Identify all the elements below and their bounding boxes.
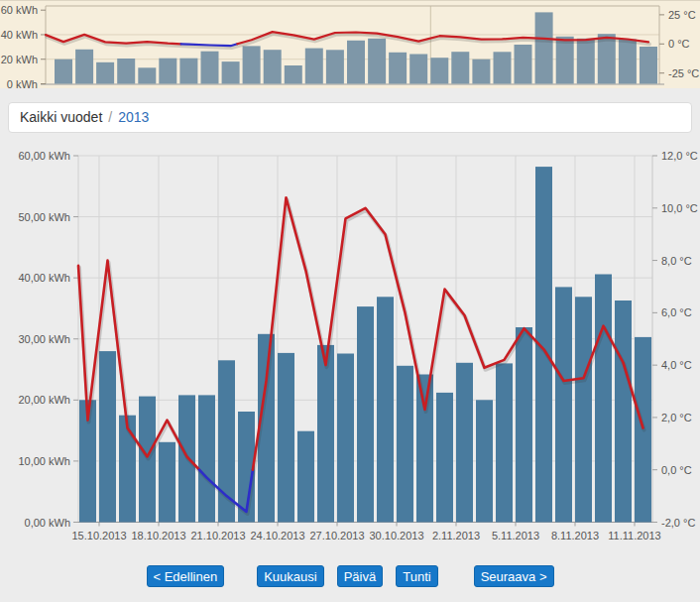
bar-10.11.2013[interactable] (615, 301, 632, 523)
x-axis-label: 27.10.2013 (309, 530, 364, 542)
bar-1.11.2013[interactable] (436, 393, 453, 523)
y-axis-label-right: 4,0 °C (661, 359, 692, 371)
bar-20.10.2013[interactable] (198, 395, 215, 522)
bar-29.10.2013[interactable] (377, 297, 394, 522)
bar-4.11.2013[interactable] (496, 363, 513, 522)
overview-bar (640, 47, 657, 84)
y-axis-label-left: 20,00 kWh (18, 394, 70, 406)
x-axis-label: 2.11.2013 (432, 530, 480, 542)
previous-button[interactable]: < Edellinen (147, 565, 225, 587)
overview-bar (472, 60, 490, 84)
overview-y-label-right: 25 °C (668, 9, 696, 21)
breadcrumb-separator: / (108, 109, 112, 125)
overview-bar (326, 50, 344, 83)
breadcrumb: Kaikki vuodet/2013 (8, 102, 692, 133)
breadcrumb-item-2013[interactable]: 2013 (118, 109, 149, 125)
x-axis-label: 5.11.2013 (492, 530, 539, 542)
x-axis-label: 30.10.2013 (369, 530, 423, 542)
overview-y-label-left: 40 kWh (1, 29, 38, 41)
overview-y-label-left: 60 kWh (1, 4, 38, 16)
overview-bar (368, 39, 386, 84)
x-axis-label: 18.10.2013 (131, 530, 185, 542)
bar-28.10.2013[interactable] (357, 306, 374, 522)
main-chart[interactable]: 0,00 kWh10,00 kWh20,00 kWh30,00 kWh40,00… (0, 147, 700, 548)
overview-bar (347, 41, 365, 84)
overview-bar (494, 52, 512, 83)
overview-y-label-left: 0 kWh (7, 78, 38, 90)
overview-bar (535, 12, 553, 83)
bar-15.10.2013[interactable] (99, 351, 116, 522)
overview-y-label-right: 0 °C (668, 38, 690, 50)
y-axis-label-left: 40,00 kWh (18, 272, 70, 284)
y-axis-label-right: 0,0 °C (661, 464, 692, 476)
bar-7.11.2013[interactable] (555, 287, 572, 522)
breadcrumb-item-all-years[interactable]: Kaikki vuodet (20, 109, 102, 125)
overview-y-label-right: -25 °C (668, 67, 699, 79)
overview-bar (117, 59, 135, 84)
y-axis-label-left: 50,00 kWh (18, 211, 70, 223)
x-axis-label: 24.10.2013 (250, 530, 304, 542)
overview-y-label-left: 20 kWh (1, 54, 38, 65)
bar-26.10.2013[interactable] (317, 345, 334, 523)
overview-bar (285, 65, 302, 84)
bar-8.11.2013[interactable] (575, 297, 592, 522)
overview-bar (577, 39, 595, 84)
overview-bar (264, 50, 282, 83)
bar-24.10.2013[interactable] (278, 353, 294, 523)
y-axis-label-right: -2,0 °C (661, 517, 695, 529)
bar-3.11.2013[interactable] (476, 400, 493, 522)
overview-bar (243, 46, 261, 83)
overview-bar (179, 59, 197, 84)
y-axis-label-left: 0,00 kWh (25, 517, 70, 529)
x-axis-label: 11.11.2013 (608, 530, 660, 542)
bar-9.11.2013[interactable] (595, 275, 612, 523)
overview-bar (138, 67, 156, 83)
energy-consumption-page: 0 kWh20 kWh40 kWh60 kWh-25 °C0 °C25 °C K… (0, 0, 700, 602)
overview-bar (222, 61, 240, 83)
bar-5.11.2013[interactable] (516, 327, 532, 523)
overview-bar (305, 49, 323, 84)
overview-bar (96, 62, 114, 84)
day-button[interactable]: Päivä (337, 565, 384, 587)
y-axis-label-right: 12,0 °C (661, 150, 698, 162)
y-axis-label-right: 8,0 °C (661, 255, 692, 267)
month-button[interactable]: Kuukausi (257, 565, 323, 587)
hour-button[interactable]: Tunti (396, 565, 437, 587)
y-axis-label-left: 30,00 kWh (18, 333, 70, 345)
x-axis-label: 8.11.2013 (551, 530, 599, 542)
bar-31.10.2013[interactable] (416, 375, 433, 523)
overview-bar (201, 52, 219, 84)
bar-18.10.2013[interactable] (159, 442, 175, 523)
overview-bar (619, 40, 637, 84)
y-axis-label-right: 2,0 °C (661, 412, 692, 423)
y-axis-label-right: 6,0 °C (661, 306, 692, 318)
y-axis-label-right: 10,0 °C (661, 202, 698, 214)
y-axis-label-left: 10,00 kWh (18, 455, 70, 467)
chart-nav-buttons: < Edellinen Kuukausi Päivä Tunti Seuraav… (0, 565, 700, 587)
bar-25.10.2013[interactable] (297, 431, 314, 523)
x-axis-label: 15.10.2013 (71, 530, 126, 542)
next-button[interactable]: Seuraava > (474, 565, 554, 587)
y-axis-label-left: 60,00 kWh (18, 150, 70, 162)
overview-bar (430, 58, 448, 83)
overview-bar (75, 50, 93, 84)
overview-bar (451, 52, 469, 83)
overview-bar (159, 59, 176, 84)
overview-bar (409, 55, 427, 84)
overview-bar (515, 45, 532, 84)
bar-27.10.2013[interactable] (337, 354, 354, 523)
overview-bar (55, 60, 72, 84)
x-axis-label: 21.10.2013 (190, 530, 245, 542)
overview-chart[interactable]: 0 kWh20 kWh40 kWh60 kWh-25 °C0 °C25 °C (0, 0, 700, 94)
bar-2.11.2013[interactable] (456, 363, 473, 523)
bar-30.10.2013[interactable] (397, 366, 413, 523)
overview-bar (389, 53, 407, 84)
